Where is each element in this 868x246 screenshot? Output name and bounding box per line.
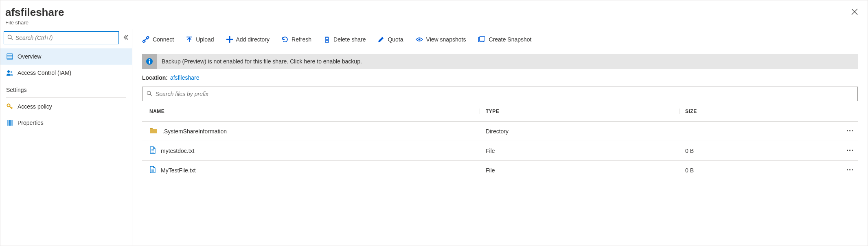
upload-icon	[186, 36, 193, 43]
svg-point-6	[7, 70, 10, 73]
file-size: 0 B	[685, 167, 694, 174]
file-icon	[149, 146, 156, 155]
eye-icon	[416, 36, 423, 43]
column-header-name[interactable]: NAME	[142, 109, 480, 114]
location-label: Location:	[142, 74, 168, 81]
table-header: NAME TYPE SIZE	[142, 101, 858, 122]
info-icon	[142, 54, 157, 69]
svg-rect-9	[7, 120, 9, 126]
pencil-icon	[378, 36, 384, 43]
add-directory-button[interactable]: Add directory	[226, 36, 270, 43]
delete-share-button[interactable]: Delete share	[324, 36, 366, 43]
table-row[interactable]: MyTestFile.txt File 0 B ···	[142, 161, 858, 180]
properties-icon	[6, 120, 13, 126]
backup-info-bar[interactable]: Backup (Preview) is not enabled for this…	[142, 54, 858, 69]
create-snapshot-button[interactable]: Create Snapshot	[478, 36, 531, 43]
connect-button[interactable]: Connect	[142, 36, 174, 43]
file-name: .SystemShareInformation	[162, 128, 227, 135]
file-icon	[149, 166, 156, 174]
svg-rect-10	[9, 120, 11, 126]
file-name: mytestdoc.txt	[161, 148, 194, 154]
refresh-icon	[282, 36, 288, 43]
close-icon[interactable]	[850, 6, 859, 19]
sidebar-item-overview[interactable]: Overview	[0, 48, 132, 65]
svg-point-0	[8, 35, 11, 39]
row-menu-icon[interactable]: ···	[846, 146, 854, 155]
file-name: MyTestFile.txt	[161, 167, 196, 174]
sidebar-item-label: Overview	[18, 53, 41, 60]
sidebar: Overview Access Control (IAM) Settings A…	[0, 29, 132, 246]
file-type: Directory	[480, 128, 679, 135]
svg-point-12	[418, 38, 420, 40]
upload-button[interactable]: Upload	[186, 36, 214, 43]
search-icon	[7, 35, 15, 41]
sidebar-section-settings: Settings	[0, 81, 132, 96]
info-bar-text: Backup (Preview) is not enabled for this…	[157, 58, 362, 65]
sidebar-search-input[interactable]	[4, 31, 119, 44]
svg-rect-11	[11, 120, 13, 126]
refresh-button[interactable]: Refresh	[282, 36, 311, 43]
divider	[6, 97, 126, 98]
svg-line-1	[11, 38, 13, 40]
svg-point-16	[149, 59, 150, 61]
trash-icon	[324, 36, 330, 43]
row-menu-icon[interactable]: ···	[846, 127, 854, 135]
connect-icon	[142, 36, 149, 43]
sidebar-item-access-control[interactable]: Access Control (IAM)	[0, 65, 132, 81]
main-panel: Connect Upload Add directory	[132, 29, 868, 246]
svg-rect-14	[480, 37, 485, 41]
svg-point-7	[11, 71, 13, 73]
key-icon	[6, 103, 13, 110]
folder-icon	[149, 127, 158, 135]
svg-rect-17	[149, 61, 150, 64]
page-title: afsfileshare	[5, 6, 850, 19]
snapshot-icon	[478, 36, 485, 43]
quota-button[interactable]: Quota	[378, 36, 403, 43]
file-type: File	[480, 167, 679, 174]
column-header-type[interactable]: TYPE	[480, 109, 679, 114]
search-icon	[147, 91, 152, 98]
blade-header: afsfileshare File share	[0, 0, 868, 29]
file-size: 0 B	[685, 148, 694, 154]
file-search-input[interactable]	[142, 87, 858, 101]
page-subtitle: File share	[5, 20, 850, 26]
table-row[interactable]: mytestdoc.txt File 0 B ···	[142, 141, 858, 161]
sidebar-item-label: Properties	[18, 120, 44, 126]
plus-icon	[226, 36, 233, 43]
sidebar-item-properties[interactable]: Properties	[0, 115, 132, 131]
collapse-sidebar-icon[interactable]	[123, 35, 129, 41]
sidebar-item-access-policy[interactable]: Access policy	[0, 98, 132, 115]
svg-line-19	[150, 94, 152, 96]
svg-point-18	[147, 91, 151, 95]
location-link[interactable]: afsfileshare	[170, 74, 199, 81]
row-menu-icon[interactable]: ···	[846, 166, 854, 174]
svg-point-8	[7, 104, 10, 107]
column-header-size[interactable]: SIZE	[679, 109, 858, 114]
file-table: NAME TYPE SIZE .SystemShareInformation D…	[142, 101, 858, 180]
table-row[interactable]: .SystemShareInformation Directory ···	[142, 122, 858, 141]
iam-icon	[6, 70, 13, 76]
overview-icon	[6, 53, 13, 60]
location-row: Location: afsfileshare	[132, 73, 868, 87]
view-snapshots-button[interactable]: View snapshots	[416, 36, 466, 43]
file-type: File	[480, 148, 679, 154]
sidebar-item-label: Access Control (IAM)	[18, 70, 71, 76]
toolbar: Connect Upload Add directory	[132, 29, 868, 50]
sidebar-item-label: Access policy	[18, 103, 52, 110]
